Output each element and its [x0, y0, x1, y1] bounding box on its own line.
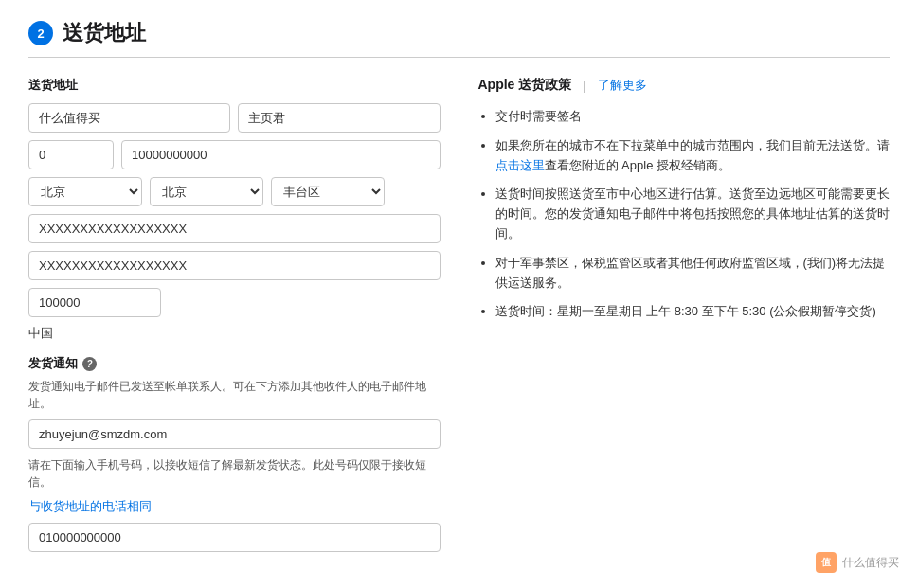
- policy-list: 交付时需要签名 如果您所在的城市不在下拉菜单中的城市范围内，我们目前无法送货。请…: [478, 107, 891, 322]
- help-icon[interactable]: ?: [82, 357, 97, 371]
- phone-area-input[interactable]: [28, 140, 114, 169]
- page-title: 送货地址: [63, 19, 146, 47]
- policy-item-5-text: 送货时间：星期一至星期日 上午 8:30 至下午 5:30 (公众假期暂停交货): [495, 304, 876, 318]
- phone-row: [28, 140, 441, 169]
- page-header: 2 送货地址: [28, 19, 890, 58]
- mobile-row: [28, 523, 441, 552]
- address2-input[interactable]: [28, 251, 441, 280]
- watermark-text: 什么值得买: [842, 555, 899, 571]
- shipping-notice-section: 发货通知 ? 发货通知电子邮件已发送至帐单联系人。可在下方添加其他收件人的电子邮…: [28, 355, 441, 552]
- click-here-link[interactable]: 点击这里: [495, 158, 545, 172]
- learn-more-link[interactable]: 了解更多: [598, 77, 647, 94]
- watermark: 值 什么值得买: [816, 552, 899, 573]
- region-row: 北京 上海 广东 浙江 江苏 北京 朝阳 海淀 丰台 通州 丰台区 朝阳区 海淀…: [28, 177, 441, 206]
- mobile-wrapper: [28, 523, 441, 552]
- address1-wrapper: [28, 214, 441, 243]
- left-panel: 送货地址 北京 上海 广东 浙江 江: [28, 77, 441, 560]
- policy-item-4-text: 对于军事禁区，保税监管区或者其他任何政府监管区域，(我们)将无法提供运送服务。: [495, 256, 886, 290]
- postal-input[interactable]: [28, 288, 161, 317]
- policy-item-5: 送货时间：星期一至星期日 上午 8:30 至下午 5:30 (公众假期暂停交货): [495, 302, 891, 322]
- right-panel: Apple 送货政策 | 了解更多 交付时需要签名 如果您所在的城市不在下拉菜单…: [478, 77, 891, 560]
- phone-area-wrapper: [28, 140, 114, 169]
- email-input[interactable]: [28, 419, 441, 449]
- address1-input[interactable]: [28, 214, 441, 243]
- postal-wrapper: [28, 288, 161, 317]
- email-wrapper: [28, 419, 441, 449]
- last-name-input[interactable]: [238, 103, 440, 133]
- policy-item-1-text: 交付时需要签名: [495, 109, 582, 123]
- policy-item-4: 对于军事禁区，保税监管区或者其他任何政府监管区域，(我们)将无法提供运送服务。: [495, 254, 891, 294]
- policy-item-2-text-after: 查看您附近的 Apple 授权经销商。: [545, 158, 730, 172]
- province-select[interactable]: 北京 上海 广东 浙江 江苏: [28, 177, 142, 206]
- first-name-wrapper: [28, 103, 230, 133]
- policy-item-3: 送货时间按照送货至市中心地区进行估算。送货至边远地区可能需要更长的时间。您的发货…: [495, 185, 891, 243]
- policy-divider: |: [583, 79, 585, 93]
- policy-header: Apple 送货政策 | 了解更多: [478, 77, 891, 94]
- country-text: 中国: [28, 325, 441, 342]
- address2-wrapper: [28, 251, 441, 280]
- phone-input[interactable]: [121, 140, 441, 169]
- step-circle: 2: [28, 21, 53, 45]
- shipping-notice-label: 发货通知: [28, 355, 78, 372]
- main-content: 送货地址 北京 上海 广东 浙江 江: [28, 77, 890, 560]
- shipping-notice-desc: 发货通知电子邮件已发送至帐单联系人。可在下方添加其他收件人的电子邮件地址。: [28, 378, 441, 412]
- sms-desc: 请在下面输入手机号码，以接收短信了解最新发货状态。此处号码仅限于接收短信。: [28, 456, 441, 490]
- mobile-input[interactable]: [28, 523, 441, 552]
- policy-title: Apple 送货政策: [478, 77, 572, 94]
- watermark-logo: 值: [816, 552, 837, 573]
- last-name-wrapper: [238, 103, 440, 133]
- email-row: [28, 419, 441, 449]
- policy-item-2: 如果您所在的城市不在下拉菜单中的城市范围内，我们目前无法送货。请点击这里查看您附…: [495, 136, 891, 176]
- postal-row: [28, 288, 441, 317]
- city-select[interactable]: 北京 朝阳 海淀 丰台 通州: [150, 177, 263, 206]
- phone-wrapper: [121, 140, 441, 169]
- policy-item-1: 交付时需要签名: [495, 107, 891, 127]
- address-section-label: 送货地址: [28, 77, 441, 94]
- policy-item-3-text: 送货时间按照送货至市中心地区进行估算。送货至边远地区可能需要更长的时间。您的发货…: [495, 187, 890, 241]
- district-select[interactable]: 丰台区 朝阳区 海淀区 东城区 西城区: [271, 177, 385, 206]
- same-as-phone-link[interactable]: 与收货地址的电话相同: [28, 498, 152, 515]
- address2-row: [28, 251, 441, 280]
- name-row: [28, 103, 441, 133]
- policy-item-2-text-before: 如果您所在的城市不在下拉菜单中的城市范围内，我们目前无法送货。请: [495, 138, 890, 152]
- address1-row: [28, 214, 441, 243]
- first-name-input[interactable]: [28, 103, 230, 133]
- shipping-notice-label-row: 发货通知 ?: [28, 355, 441, 372]
